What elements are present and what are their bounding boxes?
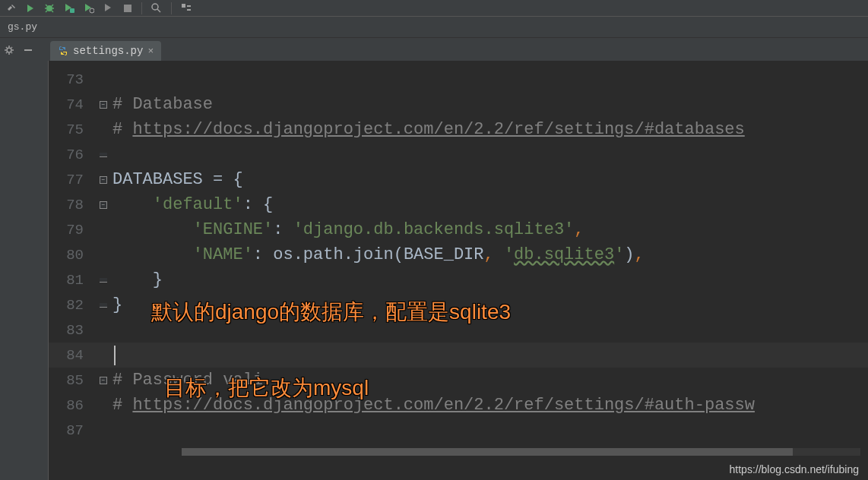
code-content[interactable]: 'default': { (112, 195, 868, 214)
svg-point-4 (152, 4, 158, 10)
stop-icon[interactable] (123, 4, 132, 13)
code-line[interactable]: 81 } (49, 267, 868, 292)
fold-end-icon[interactable] (100, 303, 107, 308)
project-file-tab[interactable]: gs.py (0, 18, 45, 36)
separator (141, 2, 142, 14)
structure-icon[interactable] (181, 3, 192, 14)
code-content[interactable]: # Password vali (112, 371, 868, 390)
svg-rect-5 (182, 4, 185, 8)
line-number: 74 (49, 96, 94, 113)
code-line[interactable]: 84 (49, 343, 868, 368)
fold-gutter[interactable] (94, 278, 112, 283)
fold-collapse-icon[interactable]: − (100, 101, 107, 109)
fold-collapse-icon[interactable]: − (100, 176, 107, 184)
code-line[interactable]: 78− 'default': { (49, 192, 868, 217)
code-line[interactable]: 87 (49, 418, 868, 443)
fold-end-icon[interactable] (100, 278, 107, 283)
line-number: 79 (49, 222, 94, 238)
line-number: 81 (49, 272, 94, 289)
code-line[interactable]: 85−# Password vali (49, 368, 868, 393)
svg-rect-1 (70, 8, 74, 13)
line-number: 78 (49, 197, 94, 213)
fold-end-icon[interactable] (100, 153, 107, 157)
editor-area: 7374−# Database75# https://docs.djangopr… (0, 61, 868, 480)
fold-gutter[interactable]: − (94, 176, 112, 184)
svg-rect-9 (24, 49, 32, 51)
code-line[interactable]: 86# https://docs.djangoproject.com/en/2.… (49, 393, 868, 418)
code-content[interactable]: 'NAME': os.path.join(BASE_DIR, 'db.sqlit… (112, 245, 868, 264)
hammer-icon[interactable] (6, 3, 17, 14)
svg-rect-7 (187, 9, 191, 11)
close-icon[interactable]: × (147, 46, 154, 57)
code-content[interactable]: } (112, 295, 868, 314)
code-content[interactable]: # https://docs.djangoproject.com/en/2.2/… (112, 120, 868, 139)
editor-tab-label: settings.py (73, 45, 143, 57)
code-content[interactable]: # https://docs.djangoproject.com/en/2.2/… (112, 396, 868, 415)
editor-tab-row: settings.py × (0, 38, 868, 61)
fold-collapse-icon[interactable]: − (100, 377, 107, 384)
watermark-text: https://blog.csdn.net/ifubing (730, 463, 859, 475)
code-line[interactable]: 74−# Database (49, 92, 868, 117)
line-number: 84 (49, 347, 94, 364)
profile-icon[interactable] (84, 3, 94, 14)
top-toolbar (0, 0, 868, 17)
svg-point-2 (90, 8, 94, 13)
svg-point-8 (7, 48, 11, 52)
attach-icon[interactable] (103, 3, 114, 14)
code-line[interactable]: 77−DATABASES = { (49, 167, 868, 192)
line-number: 85 (49, 372, 94, 389)
code-content[interactable] (112, 346, 868, 365)
code-line[interactable]: 82} (49, 292, 868, 317)
code-line[interactable]: 80 'NAME': os.path.join(BASE_DIR, 'db.sq… (49, 242, 868, 267)
code-content[interactable]: 'ENGINE': 'django.db.backends.sqlite3', (112, 220, 868, 239)
line-number: 83 (49, 322, 94, 339)
text-caret (114, 346, 116, 365)
code-content[interactable]: # Database (112, 95, 868, 114)
editor-body[interactable]: 7374−# Database75# https://docs.djangopr… (49, 61, 868, 480)
horizontal-scrollbar[interactable] (182, 448, 860, 456)
fold-collapse-icon[interactable]: − (100, 201, 107, 209)
project-tab-row: gs.py (0, 17, 868, 38)
fold-gutter[interactable]: − (94, 201, 112, 209)
line-number: 80 (49, 247, 94, 264)
line-number: 73 (49, 71, 94, 88)
gear-icon[interactable] (3, 44, 15, 60)
line-number: 82 (49, 297, 94, 314)
svg-rect-3 (124, 5, 131, 12)
minimize-icon[interactable] (23, 45, 33, 59)
fold-gutter[interactable] (94, 303, 112, 308)
svg-rect-6 (187, 5, 191, 7)
search-icon[interactable] (151, 3, 162, 14)
line-number: 77 (49, 172, 94, 188)
line-number: 87 (49, 422, 94, 439)
left-strip (0, 61, 49, 480)
separator (171, 2, 172, 14)
code-line[interactable]: 83 (49, 317, 868, 343)
python-icon (58, 46, 68, 56)
fold-gutter[interactable] (94, 153, 112, 157)
play-icon[interactable] (26, 4, 35, 13)
editor-tab-settings[interactable]: settings.py × (50, 41, 161, 61)
line-number: 76 (49, 147, 94, 163)
bug-icon[interactable] (44, 3, 55, 14)
fold-gutter[interactable]: − (94, 101, 112, 109)
coverage-icon[interactable] (64, 3, 74, 14)
code-line[interactable]: 79 'ENGINE': 'django.db.backends.sqlite3… (49, 217, 868, 242)
code-content[interactable]: } (112, 270, 868, 289)
line-number: 86 (49, 397, 94, 414)
side-tool-icons (0, 42, 24, 62)
code-line[interactable]: 73 (49, 67, 868, 92)
code-content[interactable]: DATABASES = { (112, 170, 868, 189)
fold-gutter[interactable]: − (94, 377, 112, 384)
scrollbar-thumb[interactable] (182, 448, 793, 456)
svg-point-0 (46, 5, 52, 11)
line-number: 75 (49, 122, 94, 138)
code-line[interactable]: 75# https://docs.djangoproject.com/en/2.… (49, 117, 868, 142)
code-line[interactable]: 76 (49, 142, 868, 167)
